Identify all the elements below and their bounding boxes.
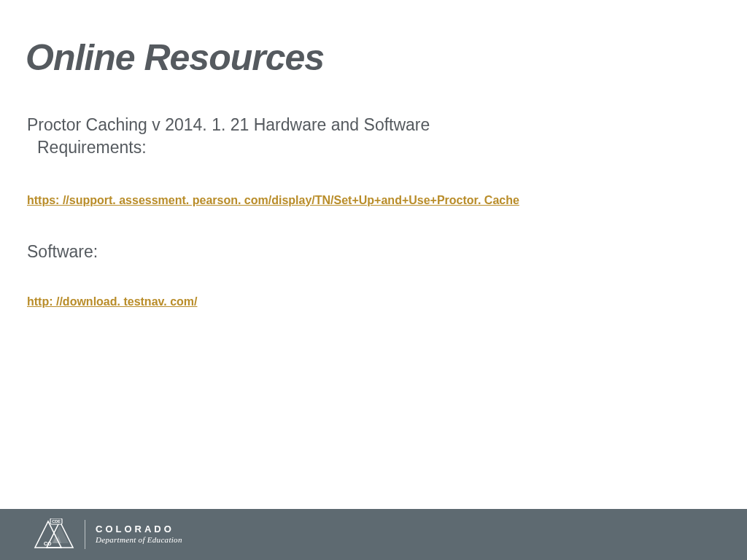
section1-link[interactable]: https: //support. assessment. pearson. c…: [26, 194, 519, 207]
section1-heading-line1: Proctor Caching v 2014. 1. 21 Hardware a…: [27, 115, 430, 134]
footer-brand-line1: COLORADO: [96, 524, 182, 534]
footer-logo-group: CDE CO COLORADO Department of Education: [34, 518, 182, 551]
colorado-seal-icon: CDE CO: [34, 518, 74, 551]
footer-brand-line2: Department of Education: [96, 536, 182, 545]
section1-heading-line2: Requirements:: [27, 136, 721, 159]
slide-title: Online Resources: [26, 36, 721, 79]
logo-state-abbrev: CO: [44, 541, 52, 546]
section2-link[interactable]: http: //download. testnav. com/: [26, 295, 197, 308]
logo-badge-text: CDE: [52, 519, 61, 524]
footer-brand-text: COLORADO Department of Education: [96, 524, 182, 544]
logo-divider: [85, 520, 85, 549]
footer-bar: CDE CO COLORADO Department of Education: [0, 509, 747, 560]
section1-heading: Proctor Caching v 2014. 1. 21 Hardware a…: [26, 114, 721, 159]
slide-content: Online Resources Proctor Caching v 2014.…: [0, 0, 747, 343]
section2-heading: Software:: [26, 242, 721, 262]
